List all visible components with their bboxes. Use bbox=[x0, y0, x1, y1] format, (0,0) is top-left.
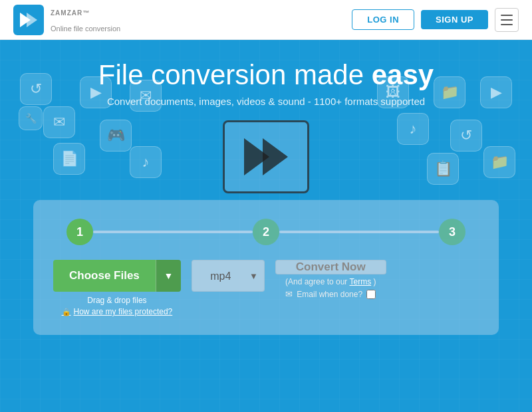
step-1: 1 bbox=[66, 219, 93, 245]
header-nav: LOG IN SIGN UP bbox=[352, 8, 519, 32]
hamburger-line bbox=[501, 19, 513, 21]
logo-subtitle: Online file conversion bbox=[51, 25, 120, 33]
play-arrows bbox=[244, 138, 288, 175]
choose-files-button[interactable]: Choose Files ▼ bbox=[53, 260, 181, 292]
terms-link[interactable]: Terms bbox=[349, 277, 371, 286]
logo: ZAMZAR™ Online file conversion bbox=[13, 5, 120, 35]
logo-text: ZAMZAR™ Online file conversion bbox=[51, 7, 120, 33]
sketch-play-icon bbox=[223, 120, 309, 193]
center-graphic bbox=[13, 120, 519, 193]
step-3: 3 bbox=[439, 219, 466, 245]
hamburger-line bbox=[501, 24, 513, 25]
email-label: Email when done? bbox=[297, 290, 362, 299]
email-row: ✉ Email when done? bbox=[285, 289, 376, 299]
hero-title: File conversion made easy bbox=[13, 60, 519, 90]
email-icon: ✉ bbox=[285, 289, 293, 299]
site-header: ZAMZAR™ Online file conversion LOG IN SI… bbox=[0, 0, 532, 40]
controls-row: Choose Files ▼ Drag & drop files 🔒 How a… bbox=[53, 260, 479, 316]
steps-row: 1 2 3 bbox=[53, 219, 479, 245]
lock-icon: 🔒 bbox=[62, 308, 71, 316]
svg-marker-1 bbox=[27, 13, 37, 27]
conversion-panel: 1 2 3 Choose Files ▼ Drag & drop files bbox=[33, 200, 499, 335]
protection-link[interactable]: 🔒 How are my files protected? bbox=[62, 307, 173, 316]
step-line-1 bbox=[93, 231, 253, 233]
format-group: mp4 mp3 avi mov wmv mkv gif jpg png pdf … bbox=[192, 260, 265, 292]
hamburger-line bbox=[501, 15, 513, 16]
choose-files-group: Choose Files ▼ Drag & drop files 🔒 How a… bbox=[53, 260, 181, 316]
email-checkbox[interactable] bbox=[366, 290, 376, 299]
convert-group: Convert Now (And agree to our Terms ) ✉ … bbox=[275, 260, 386, 299]
step-2: 2 bbox=[253, 219, 279, 245]
logo-tm: ™ bbox=[82, 9, 90, 16]
signup-button[interactable]: SIGN UP bbox=[421, 10, 488, 29]
format-select[interactable]: mp4 mp3 avi mov wmv mkv gif jpg png pdf … bbox=[192, 260, 265, 292]
hero-section: ↺ ✉ ▶ 🎮 ✉ 📄 ♪ 🖼 ♪ 📁 ↺ 📋 ▶ 📁 🔧 File conve… bbox=[0, 40, 532, 412]
choose-files-main[interactable]: Choose Files bbox=[53, 260, 156, 292]
format-select-wrap: mp4 mp3 avi mov wmv mkv gif jpg png pdf … bbox=[192, 260, 265, 292]
choose-files-dropdown[interactable]: ▼ bbox=[156, 260, 181, 292]
menu-button[interactable] bbox=[495, 8, 519, 32]
hero-subtitle: Convert documents, images, videos & soun… bbox=[13, 96, 519, 107]
login-button[interactable]: LOG IN bbox=[352, 9, 414, 30]
agree-text: (And agree to our Terms ) bbox=[285, 277, 376, 286]
arrow-2 bbox=[263, 138, 288, 175]
step-line-2 bbox=[279, 231, 439, 233]
logo-title: ZAMZAR™ bbox=[51, 7, 120, 25]
convert-button[interactable]: Convert Now bbox=[275, 260, 386, 274]
agree-row: (And agree to our Terms ) ✉ Email when d… bbox=[285, 277, 376, 299]
drag-drop-hint: Drag & drop files bbox=[87, 296, 146, 305]
logo-icon bbox=[13, 5, 44, 35]
